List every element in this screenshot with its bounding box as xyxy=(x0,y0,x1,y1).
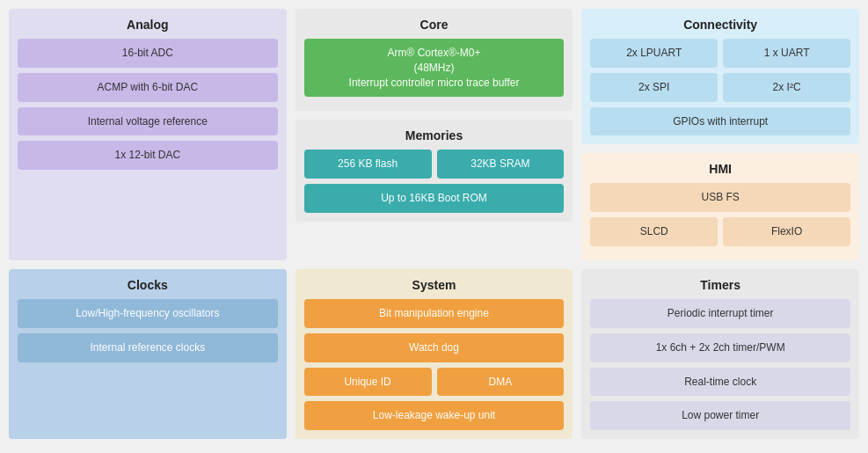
timers-item-3: Low power timer xyxy=(590,401,850,430)
system-item-0: Bit manipulation engine xyxy=(304,299,565,328)
conn-lpuart: 2x LPUART xyxy=(590,39,718,68)
memories-section: Memories 256 KB flash 32KB SRAM Up to 16… xyxy=(295,120,573,222)
core-title: Core xyxy=(304,18,565,32)
hmi-flexio: FlexIO xyxy=(723,217,850,246)
system-title: System xyxy=(304,278,565,292)
hmi-section: HMI USB FS SLCD FlexIO xyxy=(581,153,859,260)
analog-item-1: ACMP with 6-bit DAC xyxy=(18,73,278,102)
timers-item-1: 1x 6ch + 2x 2ch timer/PWM xyxy=(590,333,850,362)
clocks-title: Clocks xyxy=(18,278,278,292)
connectivity-title: Connectivity xyxy=(590,18,850,32)
system-dma: DMA xyxy=(437,368,565,397)
analog-item-0: 16-bit ADC xyxy=(18,39,278,68)
memories-bootrom: Up to 16KB Boot ROM xyxy=(304,184,565,213)
hmi-row2: SLCD FlexIO xyxy=(590,217,850,246)
connectivity-hmi-wrapper: Connectivity 2x LPUART 1 x UART 2x SPI 2… xyxy=(581,9,859,260)
conn-i2c: 2x I²C xyxy=(723,73,850,102)
analog-section: Analog 16-bit ADC ACMP with 6-bit DAC In… xyxy=(9,9,287,260)
system-bottom: Low-leakage wake-up unit xyxy=(304,401,565,430)
conn-gpio: GPIOs with interrupt xyxy=(590,107,850,136)
clocks-item-1: Internal reference clocks xyxy=(18,333,278,362)
analog-item-3: 1x 12-bit DAC xyxy=(18,141,278,170)
hmi-slcd: SLCD xyxy=(590,217,718,246)
timers-title: Timers xyxy=(590,278,850,292)
hmi-usb: USB FS xyxy=(590,183,850,212)
system-unique-id: Unique ID xyxy=(304,368,432,397)
memories-flash: 256 KB flash xyxy=(304,150,432,179)
memories-row1: 256 KB flash 32KB SRAM xyxy=(304,150,565,179)
analog-item-2: Internal voltage reference xyxy=(18,107,278,136)
hmi-title: HMI xyxy=(590,162,850,176)
memories-title: Memories xyxy=(304,128,565,142)
connectivity-section: Connectivity 2x LPUART 1 x UART 2x SPI 2… xyxy=(581,9,859,144)
system-section: System Bit manipulation engine Watch dog… xyxy=(295,269,573,439)
conn-row1: 2x LPUART 1 x UART xyxy=(590,39,850,68)
core-main: Arm® Cortex®-M0+ (48MHz) Interrupt contr… xyxy=(304,39,565,97)
timers-item-2: Real-time clock xyxy=(590,368,850,397)
clocks-section: Clocks Low/High-frequency oscillators In… xyxy=(9,269,287,439)
conn-row2: 2x SPI 2x I²C xyxy=(590,73,850,102)
conn-spi: 2x SPI xyxy=(590,73,718,102)
core-memories-wrapper: Core Arm® Cortex®-M0+ (48MHz) Interrupt … xyxy=(295,9,573,260)
system-item-1: Watch dog xyxy=(304,333,565,362)
system-row: Unique ID DMA xyxy=(304,368,565,397)
conn-uart: 1 x UART xyxy=(723,39,850,68)
core-section: Core Arm® Cortex®-M0+ (48MHz) Interrupt … xyxy=(295,9,573,111)
main-grid: Analog 16-bit ADC ACMP with 6-bit DAC In… xyxy=(9,9,859,439)
timers-item-0: Periodic interrupt timer xyxy=(590,299,850,328)
analog-title: Analog xyxy=(18,18,278,32)
clocks-item-0: Low/High-frequency oscillators xyxy=(18,299,278,328)
memories-sram: 32KB SRAM xyxy=(437,150,565,179)
timers-section: Timers Periodic interrupt timer 1x 6ch +… xyxy=(581,269,859,439)
